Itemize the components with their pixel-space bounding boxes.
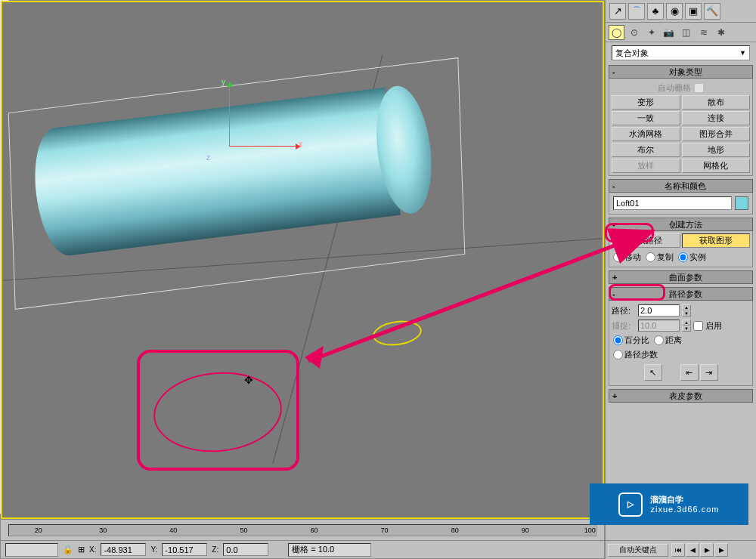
enable-label: 启用 (705, 320, 722, 332)
timeline[interactable]: 20 30 40 50 60 70 80 90 100 (1, 519, 604, 540)
svg-marker-2 (305, 346, 324, 369)
sub-category-icons: ◯ ⊙ ✦ 📷 ◫ ≋ ✱ (606, 23, 756, 42)
utilities-tab-icon[interactable]: 🔨 (704, 3, 720, 20)
dropdown-value: 复合对象 (615, 48, 649, 59)
annotation-highlight-getshape (605, 223, 654, 242)
object-name-input[interactable]: Loft01 (613, 196, 732, 210)
category-dropdown[interactable]: 复合对象 ▼ (612, 45, 750, 60)
loft-button[interactable]: 放样 (612, 159, 680, 173)
y-axis-label: y (222, 78, 225, 86)
morph-button[interactable]: 变形 (612, 95, 680, 110)
lock-icon[interactable]: 🔒 (63, 545, 73, 554)
display-tab-icon[interactable]: ▣ (685, 3, 702, 20)
tick: 50 (240, 527, 247, 534)
rollout-header[interactable]: - 名称和颜色 (609, 179, 753, 193)
prev-frame-icon[interactable]: ◀ (686, 543, 699, 557)
tick: 80 (451, 527, 459, 534)
x-axis[interactable] (229, 146, 297, 147)
prev-icon-button[interactable]: ⇤ (680, 364, 699, 381)
rollout-object-type: - 对象类型 自动栅格 变形 散布 一致 连接 水滴网格 图形合并 布尔 地形 (609, 65, 753, 176)
transport-controls: ⏮ ◀ ▶ ▶ (671, 543, 728, 557)
path-spinner[interactable]: ▲ ▼ (682, 304, 691, 317)
panel-tabs: ↗ ⌒ ♣ ◉ ▣ 🔨 (606, 0, 756, 23)
spinner-up-icon: ▲ (682, 320, 691, 326)
autokey-button[interactable]: 自动关键点 (608, 544, 668, 557)
status-msg (5, 543, 58, 557)
get-shape-button[interactable]: 获取图形 (682, 233, 751, 248)
spacewarps-icon[interactable]: ≋ (696, 25, 711, 40)
systems-icon[interactable]: ✱ (713, 25, 729, 40)
status-bar: 🔒 ⊞ X: -48.931 Y: -10.517 Z: 0.0 栅格 = 10… (1, 540, 604, 558)
copy-radio[interactable]: 复制 (646, 252, 674, 263)
z-axis-label: z (206, 153, 210, 162)
terrain-button[interactable]: 地形 (682, 143, 751, 157)
watermark: ▷ 溜溜自学 zixue.3d66.com (590, 483, 748, 525)
spinner-up-icon[interactable]: ▲ (682, 304, 691, 310)
chevron-down-icon: ▼ (739, 49, 746, 57)
mesher-button[interactable]: 网格化 (682, 159, 751, 173)
color-swatch[interactable] (735, 196, 748, 210)
annotation-rect (137, 350, 299, 471)
x-axis-label: x (299, 140, 302, 148)
enable-snap-checkbox[interactable] (693, 321, 703, 331)
shapes-icon[interactable]: ⊙ (626, 25, 642, 40)
rollout-surface-params: + 曲面参数 (609, 270, 753, 284)
shapemerge-button[interactable]: 图形合并 (682, 127, 751, 141)
crosshair-cursor: ✥ (244, 374, 256, 386)
perspective-viewport[interactable]: x y z ✥ (1, 1, 604, 519)
boolean-button[interactable]: 布尔 (612, 143, 680, 157)
scatter-button[interactable]: 散布 (682, 95, 751, 110)
lights-icon[interactable]: ✦ (643, 25, 659, 40)
goto-start-icon[interactable]: ⏮ (671, 543, 685, 557)
watermark-title: 溜溜自学 (650, 495, 719, 504)
y-coord-input[interactable]: -10.517 (162, 543, 207, 556)
next-icon-button[interactable]: ⇥ (700, 364, 718, 381)
motion-tab-icon[interactable]: ◉ (666, 3, 683, 20)
blobmesh-button[interactable]: 水滴网格 (612, 127, 680, 141)
spinner-down-icon[interactable]: ▼ (682, 310, 691, 317)
rollout-header[interactable]: + 表皮参数 (609, 389, 753, 403)
tick: 20 (35, 527, 42, 534)
plus-icon: + (612, 391, 621, 400)
connect-button[interactable]: 连接 (682, 111, 751, 125)
instance-radio[interactable]: 实例 (678, 252, 706, 263)
snap-spinner: ▲ ▼ (682, 320, 691, 332)
tick: 40 (169, 527, 177, 534)
command-panel: ↗ ⌒ ♣ ◉ ▣ 🔨 ◯ ⊙ ✦ 📷 ◫ ≋ ✱ 复合对象 ▼ - (605, 0, 756, 559)
cameras-icon[interactable]: 📷 (661, 25, 677, 40)
tick: 90 (522, 527, 529, 534)
rollout-header[interactable]: + 曲面参数 (609, 270, 753, 284)
next-frame-icon[interactable]: ▶ (714, 543, 728, 557)
x-coord-input[interactable]: -48.931 (101, 543, 146, 556)
tick: 60 (311, 527, 318, 534)
annotation-highlight-pathvalue (609, 284, 665, 301)
autogrid-label: 自动栅格 (658, 82, 691, 94)
tick: 100 (584, 527, 596, 534)
conform-button[interactable]: 一致 (612, 111, 680, 125)
y-label: Y: (150, 545, 157, 554)
play-icon[interactable]: ▶ (700, 543, 714, 557)
helpers-icon[interactable]: ◫ (678, 25, 694, 40)
z-coord-input[interactable]: 0.0 (223, 543, 268, 556)
plus-icon: + (612, 273, 621, 282)
geometry-icon[interactable]: ◯ (609, 25, 624, 40)
hierarchy-tab-icon[interactable]: ♣ (647, 3, 664, 20)
z-label: Z: (212, 545, 218, 554)
x-label: X: (89, 545, 96, 554)
rollout-skin-params: + 表皮参数 (609, 389, 753, 403)
create-tab-icon[interactable]: ↗ (609, 3, 626, 20)
annotation-arrow (301, 293, 649, 369)
spinner-down-icon: ▼ (682, 326, 691, 332)
y-axis[interactable] (229, 85, 230, 146)
minus-icon: - (612, 67, 621, 76)
tick: 70 (381, 527, 389, 534)
timeline-track[interactable]: 20 30 40 50 60 70 80 90 100 (8, 524, 596, 536)
grid-readout: 栅格 = 10.0 (288, 543, 371, 557)
viewport-container: x y z ✥ 20 30 40 50 6 (0, 0, 605, 559)
watermark-url: zixue.3d66.com (650, 505, 719, 514)
modify-tab-icon[interactable]: ⌒ (628, 3, 645, 20)
distance-radio[interactable]: 距离 (654, 335, 682, 346)
move-radio[interactable]: 移动 (613, 252, 641, 263)
snap-icon[interactable]: ⊞ (78, 545, 85, 554)
rollout-header[interactable]: - 对象类型 (609, 65, 753, 79)
